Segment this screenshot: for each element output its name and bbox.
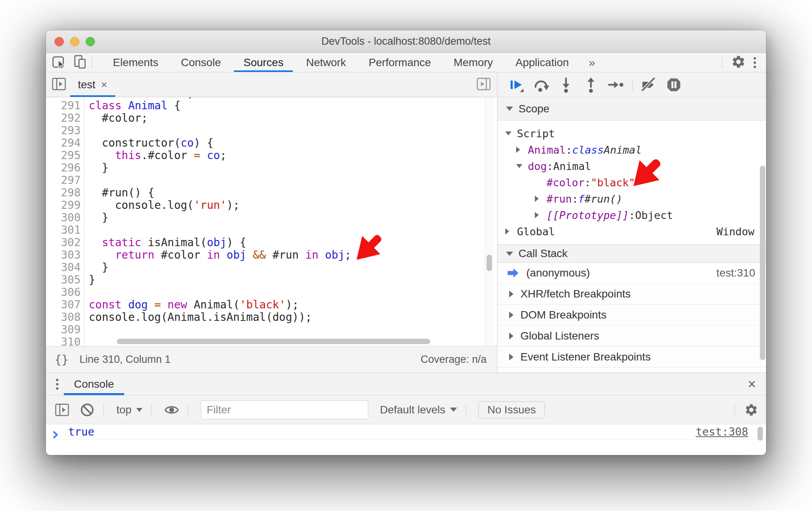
editor-hscrollbar-thumb[interactable] xyxy=(117,339,430,344)
console-toolbar-separator xyxy=(466,404,466,416)
editor-vertical-scrollbar[interactable] xyxy=(485,97,493,346)
log-levels-selector[interactable]: Default levels xyxy=(380,404,457,416)
code-line: 297 xyxy=(46,174,497,187)
line-number[interactable]: 299 xyxy=(46,199,84,212)
sidebar-section-global[interactable]: Global Listeners xyxy=(497,325,766,346)
disclosure-down-icon[interactable] xyxy=(505,131,517,135)
scope-key: Animal xyxy=(528,144,566,156)
pretty-print-icon[interactable]: {} xyxy=(54,353,69,366)
scope-row-global[interactable]: GlobalWindow xyxy=(497,223,766,240)
console-scrollbar-thumb[interactable] xyxy=(758,427,763,441)
call-stack-section-header[interactable]: Call Stack xyxy=(497,244,766,263)
inspect-element-icon[interactable] xyxy=(51,54,67,71)
code-editor[interactable]: 290 this.#color;291class Animal {292 #co… xyxy=(46,97,497,346)
line-number[interactable]: 306 xyxy=(46,286,84,299)
show-navigator-icon[interactable] xyxy=(51,76,67,93)
line-number[interactable]: 304 xyxy=(46,261,84,274)
drawer-menu-icon[interactable] xyxy=(56,379,58,390)
scope-row-prototype[interactable]: [[Prototype]]: Object xyxy=(497,207,766,223)
scope-row-script[interactable]: Script xyxy=(497,125,766,142)
code-line: 292 #color; xyxy=(46,112,497,124)
disclosure-right-icon[interactable] xyxy=(535,212,547,218)
scope-value: f xyxy=(578,193,584,205)
line-number[interactable]: 307 xyxy=(46,299,84,311)
pause-on-exceptions-icon[interactable] xyxy=(666,77,682,93)
close-drawer-icon[interactable]: × xyxy=(748,377,756,391)
more-panels-button[interactable]: » xyxy=(580,56,604,69)
no-issues-button[interactable]: No Issues xyxy=(478,401,545,418)
code-line: 302 static isAnimal(obj) { xyxy=(46,236,497,249)
code-line: 303 return #color in obj && #run in obj; xyxy=(46,249,497,261)
disclosure-right-icon[interactable] xyxy=(516,147,528,153)
triangle-right-icon xyxy=(516,147,520,153)
disclosure-right-icon[interactable] xyxy=(535,196,547,202)
tab-performance[interactable]: Performance xyxy=(357,53,442,72)
line-number[interactable]: 295 xyxy=(46,149,84,162)
scope-colon: : xyxy=(572,193,578,205)
tab-elements[interactable]: Elements xyxy=(102,53,170,72)
line-number[interactable]: 305 xyxy=(46,274,84,286)
line-number[interactable]: 293 xyxy=(46,124,84,137)
clear-console-icon[interactable] xyxy=(79,402,95,418)
open-preview-pane-icon[interactable] xyxy=(476,76,492,93)
line-number[interactable]: 297 xyxy=(46,174,84,187)
step-over-icon[interactable] xyxy=(533,77,549,93)
step-out-icon[interactable] xyxy=(583,77,599,93)
scope-key: #color xyxy=(547,177,585,189)
tab-console[interactable]: Console xyxy=(170,53,232,72)
disclosure-down-icon[interactable] xyxy=(516,164,528,168)
line-number[interactable]: 303 xyxy=(46,249,84,261)
line-number[interactable]: 298 xyxy=(46,187,84,199)
code-line: 294 constructor(co) { xyxy=(46,137,497,149)
sidebar-section-dom[interactable]: DOM Breakpoints xyxy=(497,304,766,325)
device-toolbar-icon[interactable] xyxy=(72,54,88,71)
sidebar-section-event[interactable]: Event Listener Breakpoints xyxy=(497,346,766,367)
tab-application[interactable]: Application xyxy=(504,53,580,72)
drawer-tab-console[interactable]: Console xyxy=(64,373,124,395)
sidebar-section-label: XHR/fetch Breakpoints xyxy=(520,288,631,300)
line-number[interactable]: 301 xyxy=(46,224,84,236)
gutter-divider xyxy=(84,97,84,346)
customize-devtools-icon[interactable] xyxy=(754,57,756,68)
tab-sources[interactable]: Sources xyxy=(232,53,295,72)
console-message-source-link[interactable]: test:308 xyxy=(696,425,748,438)
resume-script-icon[interactable] xyxy=(508,77,524,93)
line-number[interactable]: 300 xyxy=(46,212,84,224)
step-icon[interactable] xyxy=(608,77,624,93)
line-number[interactable]: 296 xyxy=(46,162,84,174)
file-tab-test[interactable]: test × xyxy=(70,72,115,97)
line-number[interactable]: 302 xyxy=(46,236,84,249)
line-number[interactable]: 309 xyxy=(46,324,84,336)
close-file-tab-icon[interactable]: × xyxy=(101,79,107,91)
eye-live-expression-icon[interactable] xyxy=(164,402,179,418)
step-into-icon[interactable] xyxy=(558,77,574,93)
line-number[interactable]: 294 xyxy=(46,137,84,149)
file-tab-label: test xyxy=(78,79,95,91)
tab-network[interactable]: Network xyxy=(295,53,357,72)
editor-vscrollbar-thumb[interactable] xyxy=(487,255,492,271)
sidebar-section-csp[interactable]: CSP Violation Breakpoints xyxy=(497,367,766,373)
call-stack-frame[interactable]: (anonymous) test:310 xyxy=(497,263,766,283)
scope-section-header[interactable]: Scope xyxy=(497,97,766,121)
console-toolbar-separator xyxy=(735,404,735,416)
context-selector[interactable]: top xyxy=(116,404,142,416)
console-output[interactable]: true test:308 xyxy=(46,424,766,455)
line-number[interactable]: 308 xyxy=(46,311,84,324)
code-text: class Animal { xyxy=(84,100,181,112)
code-text: console.log(Animal.isAnimal(dog)); xyxy=(84,311,312,324)
show-console-sidebar-icon[interactable] xyxy=(54,402,70,418)
code-text: this.#color = co; xyxy=(84,149,227,162)
context-label: top xyxy=(116,404,132,416)
deactivate-breakpoints-icon[interactable] xyxy=(641,77,657,93)
line-number[interactable]: 292 xyxy=(46,112,84,124)
console-settings-gear-icon[interactable] xyxy=(744,403,758,417)
line-number[interactable]: 291 xyxy=(46,100,84,112)
frame-location[interactable]: test:310 xyxy=(716,267,755,279)
tab-memory[interactable]: Memory xyxy=(442,53,504,72)
filter-input[interactable] xyxy=(201,401,368,419)
line-number[interactable]: 310 xyxy=(46,336,84,346)
sidebar-scrollbar-thumb[interactable] xyxy=(760,166,765,360)
disclosure-right-icon[interactable] xyxy=(505,228,517,234)
settings-gear-icon[interactable] xyxy=(731,54,746,71)
sidebar-section-xhrfetch[interactable]: XHR/fetch Breakpoints xyxy=(497,283,766,304)
